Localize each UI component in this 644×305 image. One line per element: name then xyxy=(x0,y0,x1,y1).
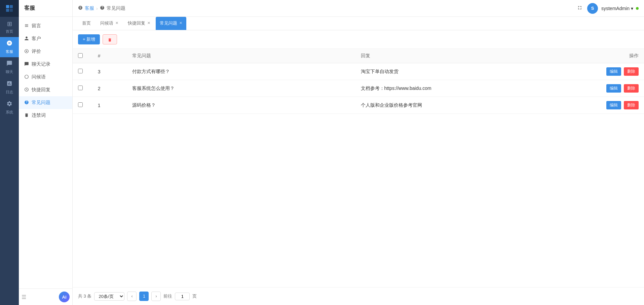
col-header-question: 常见问题 xyxy=(127,49,355,63)
svg-point-6 xyxy=(25,75,29,78)
row-reply-cell: 淘宝下单自动发货 xyxy=(355,63,584,80)
user-name[interactable]: systemAdmin ▾ xyxy=(601,6,639,11)
tab-greeting[interactable]: 问候语 ✕ xyxy=(96,17,122,30)
delete-button[interactable]: 删除 xyxy=(624,101,639,109)
content-area: + 新增 # 常见问题 回复 操作 xyxy=(73,30,644,305)
table-wrap: # 常见问题 回复 操作 3 付款方式有哪些？ 淘宝下单自动发货 编辑 删除 2… xyxy=(73,49,644,287)
next-page-button[interactable]: › xyxy=(151,292,161,301)
banned-words-icon xyxy=(24,113,29,118)
service-icon xyxy=(6,40,12,48)
page-size-select[interactable]: 10条/页20条/页50条/页100条/页 xyxy=(94,292,124,301)
sidebar-item-review[interactable]: 评价 xyxy=(19,45,72,58)
goto-label: 前往 xyxy=(163,293,172,299)
nav-label-system: 系统 xyxy=(6,110,13,115)
main-content: 客服 › 常见问题 S systemAdmin ▾ 首页 问候语 ✕ xyxy=(73,0,644,305)
goto-input[interactable] xyxy=(175,293,190,300)
row-question-cell: 客服系统怎么使用？ xyxy=(127,80,355,97)
log-icon xyxy=(6,80,12,88)
tab-faq[interactable]: 常见问题 ✕ xyxy=(156,17,186,30)
user-avatar: S xyxy=(587,3,598,14)
edit-button[interactable]: 编辑 xyxy=(606,84,621,93)
tab-greeting-label: 问候语 xyxy=(100,20,113,26)
nav-label-log: 日志 xyxy=(6,90,13,95)
svg-point-5 xyxy=(26,50,27,52)
home-icon: ⊞ xyxy=(7,20,12,28)
row-question-cell: 付款方式有哪些？ xyxy=(127,63,355,80)
menu-icon[interactable]: ☰ xyxy=(22,294,26,300)
sidebar: 客服 留言 客户 评价 聊天记录 xyxy=(19,0,73,305)
table-row: 1 源码价格？ 个人版和企业版价格参考官网 编辑 删除 xyxy=(73,97,644,114)
page-label: 页 xyxy=(192,293,197,299)
tab-home[interactable]: 首页 xyxy=(78,17,95,30)
col-header-action: 操作 xyxy=(584,49,644,63)
col-header-reply: 回复 xyxy=(355,49,584,63)
sidebar-label-customer: 客户 xyxy=(32,36,41,42)
sidebar-title: 客服 xyxy=(19,0,72,17)
row-check-cell xyxy=(73,80,92,97)
chevron-down-icon: ▾ xyxy=(631,6,633,11)
tab-faq-close[interactable]: ✕ xyxy=(179,21,182,25)
sidebar-label-greeting: 问候语 xyxy=(32,74,46,80)
col-header-check xyxy=(73,49,92,63)
nav-item-home[interactable]: ⊞ 首页 xyxy=(0,17,19,37)
row-checkbox[interactable] xyxy=(78,86,83,90)
sidebar-label-banned-words: 违禁词 xyxy=(32,112,46,118)
row-question-cell: 源码价格？ xyxy=(127,97,355,114)
sidebar-item-quick-reply[interactable]: 快捷回复 xyxy=(19,83,72,96)
sidebar-bottom: ☰ Ai xyxy=(19,289,72,305)
svg-rect-3 xyxy=(10,9,13,12)
sidebar-item-banned-words[interactable]: 违禁词 xyxy=(19,109,72,122)
delete-button[interactable]: 删除 xyxy=(624,67,639,76)
header: 客服 › 常见问题 S systemAdmin ▾ xyxy=(73,0,644,17)
tab-home-label: 首页 xyxy=(82,20,91,26)
toolbar: + 新增 xyxy=(73,30,644,49)
new-button[interactable]: + 新增 xyxy=(78,34,100,44)
tab-greeting-close[interactable]: ✕ xyxy=(115,21,118,25)
sidebar-label-message: 留言 xyxy=(32,23,41,29)
sidebar-item-faq[interactable]: 常见问题 xyxy=(19,96,72,109)
pagination: 共 3 条 10条/页20条/页50条/页100条/页 ‹ 1 › 前往 页 xyxy=(73,287,644,305)
batch-delete-button[interactable] xyxy=(103,34,117,44)
nav-item-system[interactable]: 系统 xyxy=(0,98,19,118)
tab-quick-reply-label: 快捷回复 xyxy=(128,20,145,26)
row-num-cell: 2 xyxy=(92,80,127,97)
nav-item-chat[interactable]: 聊天 xyxy=(0,57,19,77)
chat-history-icon xyxy=(24,62,29,67)
row-reply-cell: 个人版和企业版价格参考官网 xyxy=(355,97,584,114)
page-1-button[interactable]: 1 xyxy=(139,292,149,301)
row-checkbox[interactable] xyxy=(78,69,83,73)
delete-button[interactable]: 删除 xyxy=(624,84,639,93)
prev-page-button[interactable]: ‹ xyxy=(127,292,137,301)
nav-label-chat: 聊天 xyxy=(6,69,13,74)
pagination-total: 共 3 条 xyxy=(78,293,91,299)
table-header-row: # 常见问题 回复 操作 xyxy=(73,49,644,63)
edit-button[interactable]: 编辑 xyxy=(606,67,621,76)
row-action-cell: 编辑 删除 xyxy=(584,80,644,97)
system-icon xyxy=(6,101,12,108)
svg-rect-0 xyxy=(6,5,9,8)
table-row: 3 付款方式有哪些？ 淘宝下单自动发货 编辑 删除 xyxy=(73,63,644,80)
edit-button[interactable]: 编辑 xyxy=(606,101,621,109)
fullscreen-button[interactable] xyxy=(576,4,584,13)
icon-nav: ⊞ 首页 客服 聊天 日志 系统 xyxy=(0,0,19,305)
message-icon xyxy=(24,23,29,29)
quick-reply-icon xyxy=(24,87,29,93)
sidebar-item-greeting[interactable]: 问候语 xyxy=(19,71,72,83)
row-action-cell: 编辑 删除 xyxy=(584,97,644,114)
row-checkbox[interactable] xyxy=(78,102,83,107)
nav-item-service[interactable]: 客服 xyxy=(0,37,19,57)
sidebar-item-customer[interactable]: 客户 xyxy=(19,32,72,45)
nav-label-service: 客服 xyxy=(6,49,13,54)
header-right: S systemAdmin ▾ xyxy=(576,3,639,14)
tabs-bar: 首页 问候语 ✕ 快捷回复 ✕ 常见问题 ✕ xyxy=(73,17,644,30)
tab-quick-reply-close[interactable]: ✕ xyxy=(147,21,150,25)
breadcrumb-service[interactable]: 客服 xyxy=(85,5,94,11)
select-all-checkbox[interactable] xyxy=(78,53,83,58)
tab-faq-label: 常见问题 xyxy=(160,20,177,26)
row-action-cell: 编辑 删除 xyxy=(584,63,644,80)
tab-quick-reply[interactable]: 快捷回复 ✕ xyxy=(124,17,154,30)
ai-avatar-bubble[interactable]: Ai xyxy=(59,292,70,302)
sidebar-item-message[interactable]: 留言 xyxy=(19,20,72,32)
sidebar-item-chat-history[interactable]: 聊天记录 xyxy=(19,58,72,71)
nav-item-log[interactable]: 日志 xyxy=(0,77,19,98)
